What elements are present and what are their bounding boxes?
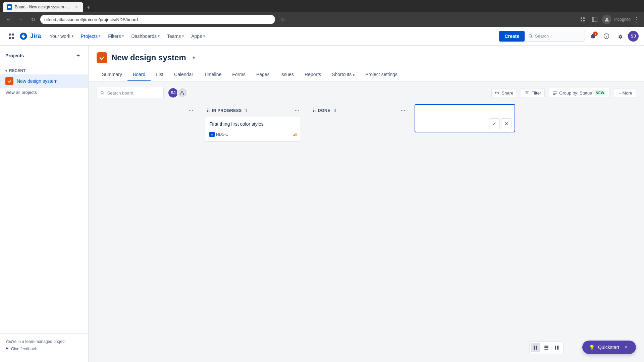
column-in-progress-more[interactable]: ··· [295,108,299,114]
board-area: SJ Share Filter [89,81,644,362]
layout-btn-2[interactable] [542,343,551,352]
svg-rect-10 [9,37,11,39]
column-done-header: ⠿ DONE 0 ··· [309,104,409,117]
tab-list[interactable]: List [151,68,169,81]
jira-logo[interactable]: Jira [19,32,41,41]
tab-summary[interactable]: Summary [97,68,127,81]
svg-point-12 [529,35,532,37]
column-done-title: DONE [318,108,330,113]
recent-section: ▾ RECENT New design system [0,67,88,88]
apps-chevron: ▾ [203,34,205,38]
notification-badge: 1 [593,32,598,36]
tab-board[interactable]: Board [127,68,151,81]
new-column-actions: ✓ ✕ [415,117,515,132]
more-button[interactable]: ··· More [614,88,636,98]
sidebar-footer-text: You're in a team-managed project [5,339,83,344]
project-name-sidebar: New design system [17,78,57,84]
help-button[interactable]: ? [601,31,612,42]
teams-nav[interactable]: Teams ▾ [164,31,187,42]
apps-nav[interactable]: Apps ▾ [188,31,208,42]
group-by-button[interactable]: Group by: Status NEW [549,88,609,98]
main-body: Projects + ▾ RECENT New design system Vi… [0,46,644,362]
project-title-row: New design system ✦ [97,52,636,63]
sidebar-item-new-design-system[interactable]: New design system [0,74,88,88]
group-status-badge: NEW [594,90,606,96]
svg-rect-29 [536,346,537,350]
global-search[interactable]: Search [525,31,585,42]
quickstart-button[interactable]: 💡 Quickstart × [582,341,636,354]
browser-profile[interactable] [602,15,611,24]
board-toolbar: SJ Share Filter [97,87,636,99]
active-tab[interactable]: Board - New design system - Jira × [3,2,83,12]
view-all-projects-link[interactable]: View all projects [0,88,88,97]
quickstart-label: Quickstart [598,345,619,350]
add-project-button[interactable]: + [73,51,83,60]
search-board-input[interactable] [107,90,160,96]
notifications-button[interactable]: 1 [588,31,598,42]
share-label: Share [502,90,514,96]
add-member-button[interactable] [177,87,188,98]
tab-forms[interactable]: Forms [227,68,251,81]
address-bar: ← → ↻ uifeed.atlassian.net/jira/core/pro… [0,12,644,27]
recent-section-label[interactable]: ▾ RECENT [0,67,88,74]
favorite-icon[interactable]: ✦ [192,55,196,61]
recent-label-text: RECENT [9,68,25,73]
new-column-cancel-button[interactable]: ✕ [501,118,512,129]
nav-right-controls: Search 1 ? SJ [525,31,639,42]
app-switcher-button[interactable] [5,30,17,42]
create-button[interactable]: Create [499,31,525,42]
svg-point-17 [101,92,103,94]
back-button[interactable]: ← [4,15,13,24]
sidebar-toggle[interactable] [590,15,599,24]
new-column-input[interactable] [415,105,515,117]
forward-button[interactable]: → [16,15,25,24]
column-in-progress: ⠿ IN PROGRESS 1 ··· First thing first co… [203,104,303,144]
card-footer: NDS-1 [209,132,297,137]
new-column-confirm-button[interactable]: ✓ [489,118,500,129]
tab-timeline[interactable]: Timeline [199,68,227,81]
kanban-board: ··· ⠿ IN PROGRESS 1 ··· First t [97,104,636,238]
user-avatar[interactable]: SJ [628,31,639,42]
tab-calendar[interactable]: Calendar [169,68,199,81]
bookmark-icon[interactable]: ☆ [280,16,285,23]
browser-chrome: Board - New design system - Jira × + ← →… [0,0,644,27]
tab-close-button[interactable]: × [74,4,79,10]
address-input[interactable]: uifeed.atlassian.net/jira/core/projects/… [40,15,275,24]
column-drag-handle[interactable]: ⠿ [207,108,210,113]
column-more-button[interactable]: ··· [189,108,193,114]
svg-rect-34 [557,346,558,350]
tab-issues[interactable]: Issues [275,68,299,81]
card-priority [293,133,297,136]
settings-button[interactable] [614,31,625,42]
quickstart-close-button[interactable]: × [623,344,629,351]
project-icon [5,77,13,85]
filter-button[interactable]: Filter [521,88,545,98]
your-work-nav[interactable]: Your work ▾ [46,31,77,42]
share-button[interactable]: Share [491,88,517,98]
card-nds-1[interactable]: First thing first color styles NDS-1 [205,117,301,141]
projects-nav[interactable]: Projects ▾ [77,31,104,42]
tab-project-settings[interactable]: Project settings [360,68,403,81]
sidebar: Projects + ▾ RECENT New design system Vi… [0,46,89,362]
search-board-container[interactable] [97,87,164,99]
extensions-button[interactable] [578,15,587,24]
feedback-label: Give feedback [11,347,37,351]
tab-reports[interactable]: Reports [299,68,326,81]
column-done-more[interactable]: ··· [401,108,405,114]
svg-rect-8 [9,34,11,36]
column-no-status: ··· [97,104,197,117]
give-feedback-button[interactable]: ⚑ Give feedback [5,347,83,351]
svg-rect-5 [592,17,597,22]
filters-nav[interactable]: Filters ▾ [105,31,127,42]
layout-btn-1[interactable] [531,343,540,352]
column-done-drag[interactable]: ⠿ [313,108,316,113]
tab-pages[interactable]: Pages [251,68,275,81]
layout-btn-3[interactable] [552,343,562,352]
dashboards-nav[interactable]: Dashboards ▾ [128,31,163,42]
new-tab-button[interactable]: + [84,3,93,12]
quickstart-icon: 💡 [589,345,595,350]
refresh-button[interactable]: ↻ [28,15,38,24]
tab-shortcuts[interactable]: Shortcuts ▾ [326,68,360,81]
browser-menu[interactable]: ⋮ [633,15,640,23]
svg-rect-11 [12,37,14,39]
